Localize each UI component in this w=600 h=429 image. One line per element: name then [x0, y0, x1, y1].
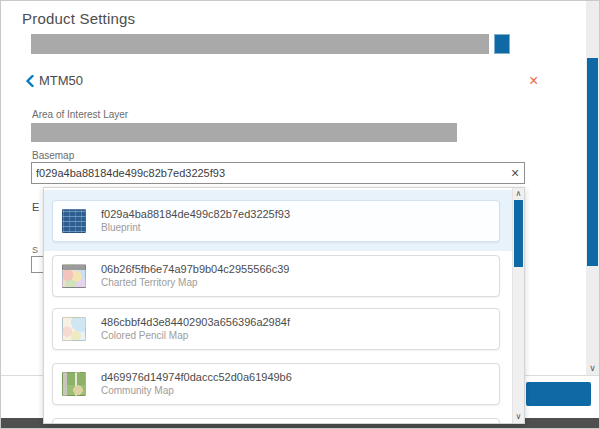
- main-scrollbar[interactable]: ∨: [586, 1, 599, 375]
- area-of-interest-label: Area of Interest Layer: [32, 109, 128, 120]
- redacted-content-bar: [31, 34, 489, 54]
- clipped-label-s: S: [32, 245, 38, 255]
- basemap-thumbnail-icon: [62, 317, 86, 341]
- basemap-dropdown: f029a4ba88184de499c82b7ed3225f93 Bluepri…: [43, 187, 525, 424]
- basemap-option-name: Community Map: [101, 386, 292, 396]
- basemap-label: Basemap: [32, 150, 74, 161]
- basemap-option-name: Colored Pencil Map: [101, 331, 290, 341]
- page-title: Product Settings: [22, 10, 135, 27]
- panel-title: MTM50: [39, 73, 83, 88]
- product-settings-window: Product Settings MTM50 × Area of Interes…: [0, 0, 600, 429]
- clipped-label-e: E: [32, 201, 39, 213]
- basemap-thumbnail-icon: [62, 372, 86, 396]
- basemap-input[interactable]: [31, 162, 525, 184]
- basemap-option-id: 486cbbf4d3e84402903a656396a2984f: [101, 317, 290, 328]
- basemap-thumbnail-icon: [62, 209, 86, 233]
- basemap-option[interactable]: 06b26f5fb6e74a97b9b04c2955566c39 Charted…: [52, 255, 500, 297]
- scroll-up-icon[interactable]: ∧: [513, 188, 524, 200]
- basemap-option-list: f029a4ba88184de499c82b7ed3225f93 Bluepri…: [44, 188, 512, 423]
- clear-input-icon[interactable]: ×: [511, 166, 519, 180]
- basemap-option-name: Blueprint: [101, 223, 290, 233]
- main-scrollbar-thumb[interactable]: [587, 58, 598, 266]
- scroll-down-icon[interactable]: ∨: [586, 363, 599, 373]
- close-icon[interactable]: ×: [529, 73, 538, 89]
- basemap-option-id: d469976d14974f0daccc52d0a61949b6: [101, 372, 292, 383]
- basemap-option-id: f029a4ba88184de499c82b7ed3225f93: [101, 209, 290, 220]
- dropdown-scrollbar-thumb[interactable]: [514, 200, 523, 267]
- color-swatch-button[interactable]: [494, 34, 510, 54]
- basemap-option-partial[interactable]: [52, 418, 500, 423]
- basemap-option[interactable]: d469976d14974f0daccc52d0a61949b6 Communi…: [52, 363, 500, 405]
- primary-button[interactable]: [526, 382, 591, 406]
- basemap-option[interactable]: f029a4ba88184de499c82b7ed3225f93 Bluepri…: [44, 190, 512, 251]
- dropdown-scrollbar[interactable]: ∧ ∨: [512, 188, 524, 423]
- basemap-option-name: Charted Territory Map: [101, 278, 289, 288]
- scroll-down-icon[interactable]: ∨: [513, 411, 524, 423]
- area-of-interest-value-bar: [31, 123, 457, 142]
- chevron-left-icon: [26, 75, 34, 87]
- back-button[interactable]: MTM50: [26, 73, 83, 88]
- basemap-option[interactable]: 486cbbf4d3e84402903a656396a2984f Colored…: [52, 308, 500, 350]
- basemap-thumbnail-icon: [62, 264, 86, 288]
- basemap-option-id: 06b26f5fb6e74a97b9b04c2955566c39: [101, 264, 289, 275]
